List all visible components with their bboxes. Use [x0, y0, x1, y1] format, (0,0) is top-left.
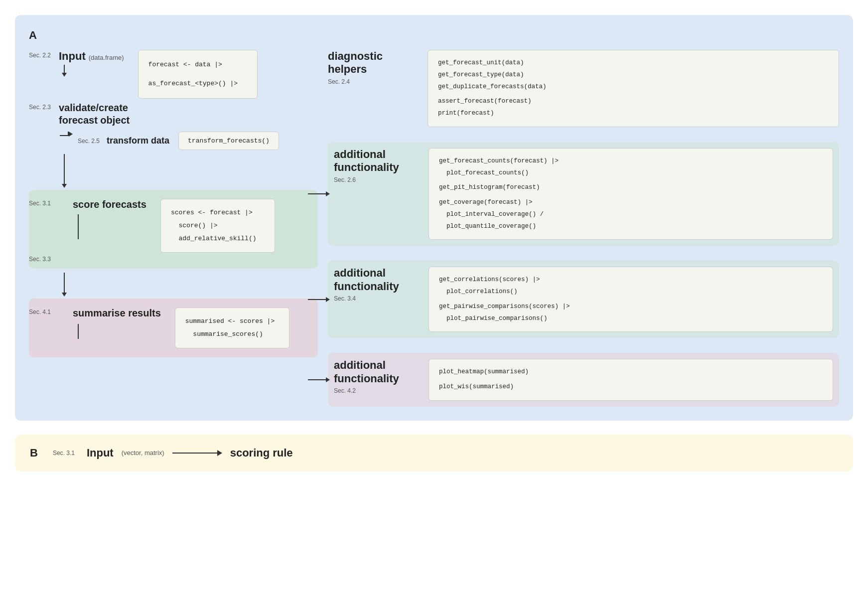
flow-column: Sec. 2.2 Input (data.frame)	[29, 50, 318, 357]
code-line-2: as_forecast_<type>() |>	[148, 77, 247, 90]
transform-title: transform data	[107, 136, 169, 146]
step-validate: Sec. 2.3 validate/createforecast object	[29, 102, 318, 150]
diagnostic-sec: Sec. 2.4	[328, 78, 418, 85]
code-box-additional-1: get_forecast_counts(forecast) |> plot_fo…	[429, 148, 833, 240]
code-line-1: forecast <- data |>	[148, 58, 247, 71]
additional-2-sec: Sec. 3.4	[334, 295, 419, 302]
additional-1-title: additionalfunctionality	[334, 148, 419, 174]
func-group-additional-1: additionalfunctionality Sec. 2.6 get_for…	[328, 142, 839, 246]
sec-4-1-label: Sec. 4.1	[29, 308, 51, 315]
panel-b-input: Input	[87, 447, 114, 460]
panel-b-target: scoring rule	[230, 447, 293, 460]
sec-2-2: Sec. 2.2	[29, 50, 59, 59]
func-group-diagnostic: diagnostichelpers Sec. 2.4 get_forecast_…	[328, 50, 839, 127]
additional-3-title: additionalfunctionality	[334, 359, 419, 385]
code-box-diagnostic: get_forecast_unit(data) get_forecast_typ…	[428, 50, 839, 127]
func-group-additional-2: additionalfunctionality Sec. 3.4 get_cor…	[328, 261, 839, 338]
step-input: Sec. 2.2 Input (data.frame)	[29, 50, 318, 99]
diagnostic-title: diagnostichelpers	[328, 50, 418, 76]
code-box-transform: transform_forecasts()	[178, 132, 279, 150]
green-section: Sec. 3.1 score forecasts scores <- f	[29, 190, 318, 269]
sec-3-1-label: Sec. 3.1	[29, 200, 51, 207]
code-box-additional-3: plot_heatmap(summarised) plot_wis(summar…	[429, 359, 833, 401]
code-box-additional-2: get_correlations(scores) |> plot_correla…	[429, 267, 833, 332]
score-forecasts-title: score forecasts	[73, 199, 146, 210]
sec-2-3: Sec. 2.3	[29, 102, 59, 111]
panel-b-content: Sec. 3.1 Input (vector, matrix) scoring …	[53, 447, 293, 460]
pink-section: Sec. 4.1 summarise results summarised <-…	[29, 299, 318, 357]
panel-b-label: B	[30, 447, 38, 460]
additional-3-sec: Sec. 4.2	[334, 387, 419, 394]
summarise-title: summarise results	[73, 307, 161, 319]
func-group-additional-3: additionalfunctionality Sec. 4.2 plot_he…	[328, 353, 839, 407]
panel-b: B Sec. 3.1 Input (vector, matrix) scorin…	[15, 435, 853, 471]
input-subtitle: (data.frame)	[89, 54, 124, 61]
code-box-main: forecast <- data |> as_forecast_<type>()…	[138, 50, 258, 99]
additional-2-title: additionalfunctionality	[334, 267, 419, 293]
validate-title: validate/createforecast object	[59, 102, 318, 127]
sec-3-1-b: Sec. 3.1	[53, 450, 75, 457]
sec-2-5: Sec. 2.5	[78, 138, 100, 145]
panel-a-label: A	[29, 29, 839, 42]
code-box-score: scores <- forecast |> score() |> add_rel…	[160, 199, 275, 253]
panel-b-input-subtitle: (vector, matrix)	[122, 449, 164, 457]
panel-a: A Sec. 2.2 Input (data.frame)	[15, 15, 853, 421]
panel-b-arrow	[172, 447, 222, 459]
input-title: Input	[59, 50, 86, 63]
func-column: diagnostichelpers Sec. 2.4 get_forecast_…	[318, 50, 839, 407]
code-box-summarise: summarised <- scores |> summarise_scores…	[175, 307, 289, 348]
additional-1-sec: Sec. 2.6	[334, 176, 419, 183]
sec-3-3: Sec. 3.3	[29, 256, 51, 263]
